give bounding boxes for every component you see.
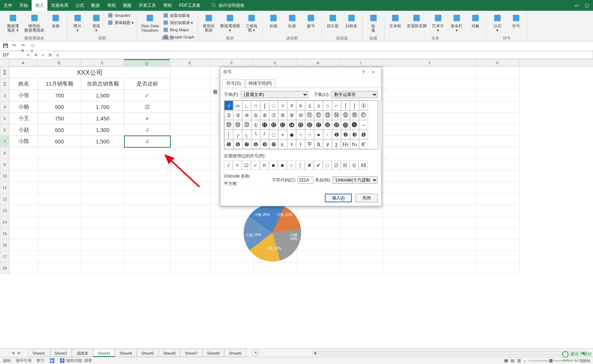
symbol-cell[interactable]: ① bbox=[359, 101, 368, 110]
sheet-tab[interactable]: Sheet2 bbox=[50, 349, 72, 357]
chartrec-button[interactable]: 推荐的图表 bbox=[200, 12, 217, 33]
cell[interactable]: 小王 bbox=[9, 113, 38, 124]
symbol-cell[interactable]: ─ bbox=[359, 120, 368, 130]
menu-视图[interactable]: 视图 bbox=[119, 0, 135, 11]
cell[interactable] bbox=[383, 124, 477, 136]
cell[interactable] bbox=[340, 205, 383, 216]
cell[interactable] bbox=[9, 251, 38, 262]
cell[interactable] bbox=[170, 159, 211, 170]
symbol-cell[interactable]: ≈ bbox=[278, 101, 287, 110]
symbol-cell[interactable]: ƶ bbox=[323, 139, 332, 149]
tab-special-chars[interactable]: 特殊字符(P) bbox=[245, 79, 276, 88]
symbol-cell[interactable]: ⌠ bbox=[341, 101, 350, 110]
cell[interactable] bbox=[383, 251, 477, 262]
map3d-button[interactable]: 三维地图 ▾ bbox=[243, 12, 260, 33]
smartart-button[interactable]: SmartArt bbox=[106, 12, 135, 19]
symbol-cell[interactable]: ⓰ bbox=[305, 120, 314, 130]
symbol-cell[interactable]: ƕ bbox=[350, 139, 359, 149]
store-button[interactable]: 获取加载项 bbox=[162, 12, 196, 19]
cell[interactable] bbox=[38, 216, 81, 228]
cell[interactable] bbox=[383, 90, 477, 101]
add-sheet-button[interactable]: + bbox=[253, 350, 259, 356]
symbol-cell[interactable]: ● bbox=[314, 130, 323, 139]
cell[interactable] bbox=[9, 239, 38, 251]
cell[interactable] bbox=[383, 67, 477, 78]
from-select[interactable]: Unicode(十六进制) bbox=[332, 176, 378, 184]
cell[interactable] bbox=[477, 262, 520, 274]
cell[interactable]: 姓名 bbox=[9, 78, 38, 90]
symbol-cell[interactable]: ⑨ bbox=[287, 110, 296, 120]
cell[interactable] bbox=[477, 251, 520, 262]
cell[interactable] bbox=[477, 101, 520, 113]
symbol-cell[interactable]: ⑭ bbox=[332, 110, 341, 120]
cell[interactable]: 1,450 bbox=[81, 113, 124, 124]
symbol-cell[interactable]: ⑥ bbox=[260, 110, 269, 120]
object-button[interactable]: 对象 bbox=[467, 12, 484, 29]
sheet-tab[interactable]: Sheet5 bbox=[137, 349, 158, 357]
cell[interactable] bbox=[38, 159, 81, 170]
screenshot-button[interactable]: 屏幕截图 ▾ bbox=[106, 19, 135, 26]
symbol-cell[interactable]: ❻ bbox=[233, 139, 242, 149]
view-pagelayout-icon[interactable]: ▤ bbox=[511, 358, 514, 363]
symbol-cell[interactable]: ⓴ bbox=[341, 120, 350, 130]
symbol-cell[interactable]: ⑯ bbox=[350, 110, 359, 120]
cell[interactable] bbox=[38, 205, 81, 216]
symbol-cell[interactable]: ⌡ bbox=[350, 101, 359, 110]
cell[interactable]: 700 bbox=[38, 90, 81, 101]
row-header[interactable]: 3 bbox=[0, 90, 9, 101]
cell[interactable] bbox=[81, 170, 124, 182]
cell[interactable] bbox=[170, 90, 211, 101]
timeline-button[interactable]: 日程表 bbox=[343, 12, 360, 29]
addins-button[interactable]: 我的加载项 ▾ bbox=[162, 19, 196, 26]
cell[interactable] bbox=[383, 147, 477, 159]
cell[interactable] bbox=[477, 193, 520, 205]
symbol-cell[interactable]: ŧ bbox=[287, 139, 296, 149]
symbol-cell[interactable]: ⓳ bbox=[332, 120, 341, 130]
symbol-cell[interactable]: ≠ bbox=[287, 101, 296, 110]
accessibility-icon[interactable]: ♿ bbox=[60, 358, 65, 363]
column-header[interactable]: C bbox=[81, 59, 124, 66]
symbol-cell[interactable]: ⓱ bbox=[314, 120, 323, 130]
symbol-cell[interactable]: ┘ bbox=[260, 130, 269, 139]
menu-PDF工具集[interactable]: PDF工具集 bbox=[175, 0, 204, 11]
spark-line-button[interactable]: 折线 bbox=[265, 12, 282, 29]
recent-symbol-cell[interactable]: × bbox=[233, 161, 242, 170]
tell-me-search[interactable]: 操作说明搜索 bbox=[211, 3, 244, 9]
sheet-tab[interactable]: Sheet6 bbox=[158, 349, 180, 357]
pivot-rec-button[interactable]: 推荐的数据透视表 bbox=[23, 12, 46, 33]
symbol-cell[interactable]: ⑱ bbox=[224, 120, 233, 130]
cell[interactable] bbox=[383, 216, 477, 228]
symbol-cell[interactable]: Ƕ bbox=[341, 139, 350, 149]
symbol-cell[interactable]: ⑫ bbox=[314, 110, 323, 120]
sheet-tab[interactable]: Sheet8 bbox=[202, 349, 224, 357]
cell[interactable] bbox=[211, 262, 254, 274]
cell[interactable]: ☑ bbox=[124, 101, 170, 113]
scrollbar[interactable] bbox=[377, 101, 382, 149]
qat-more-icon[interactable]: 🗋 ▾ bbox=[31, 43, 37, 49]
row-header[interactable]: 16 bbox=[0, 239, 9, 251]
sheet-tab[interactable]: Sheet7 bbox=[180, 349, 202, 357]
symbol-cell[interactable]: ∟ bbox=[242, 101, 251, 110]
symbol-cell[interactable]: ⓿ bbox=[350, 120, 359, 130]
sheet-tab[interactable]: Sheet4 bbox=[115, 349, 137, 357]
row-header[interactable]: 17 bbox=[0, 251, 9, 262]
row-header[interactable]: 11 bbox=[0, 182, 9, 193]
symbol-cell[interactable]: ⑦ bbox=[269, 110, 278, 120]
menu-开发工具[interactable]: 开发工具 bbox=[135, 0, 160, 11]
row-header[interactable]: 13 bbox=[0, 205, 9, 216]
cell[interactable] bbox=[9, 216, 38, 228]
sheet-tab[interactable]: Sheet9 bbox=[224, 349, 246, 357]
cell[interactable] bbox=[170, 113, 211, 124]
recent-symbol-cell[interactable]: ☒ bbox=[341, 161, 350, 170]
symbol-cell[interactable]: ❺ bbox=[224, 139, 233, 149]
cell[interactable]: 500 bbox=[38, 101, 81, 113]
cell[interactable] bbox=[81, 193, 124, 205]
symbol-cell[interactable]: □ bbox=[269, 130, 278, 139]
cell[interactable] bbox=[297, 251, 340, 262]
row-header[interactable]: 14 bbox=[0, 216, 9, 228]
cell[interactable] bbox=[38, 251, 81, 262]
cell[interactable] bbox=[340, 251, 383, 262]
cell[interactable]: 1,500 bbox=[81, 136, 124, 147]
dialog-close-button[interactable]: × bbox=[368, 70, 378, 75]
cell[interactable] bbox=[170, 262, 211, 274]
